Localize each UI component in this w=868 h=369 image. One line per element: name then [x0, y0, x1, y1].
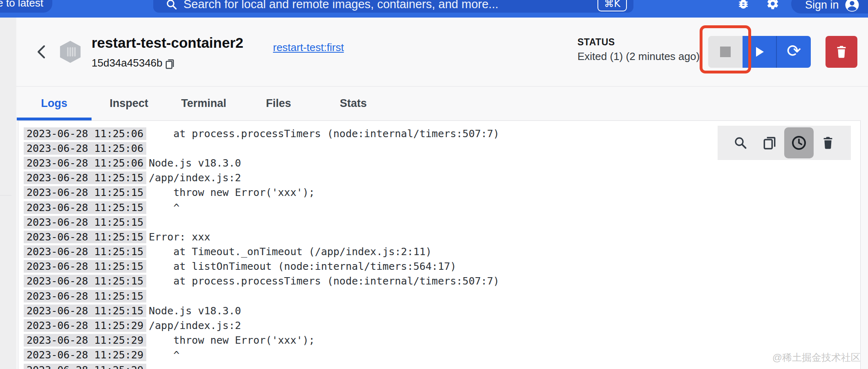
log-timestamp: 2023-06-28 11:25:06: [24, 157, 146, 169]
log-timestamp: 2023-06-28 11:25:06: [24, 142, 146, 155]
tab[interactable]: Files: [241, 87, 316, 120]
tab[interactable]: Stats: [316, 87, 391, 120]
delete-button[interactable]: [825, 36, 857, 68]
container-id: 15d34a45346b: [92, 57, 163, 69]
global-search-input[interactable]: Search for local and remote images, cont…: [153, 0, 633, 13]
update-to-latest-label: e to latest: [0, 0, 43, 9]
log-row: 2023-06-28 11:25:15 at listOnTimeout (no…: [24, 259, 860, 274]
log-row: 2023-06-28 11:25:15 Error: xxx: [24, 229, 860, 244]
log-message: throw new Error('xxx');: [149, 334, 315, 346]
sign-in-label: Sign in: [805, 0, 839, 11]
log-timestamp: 2023-06-28 11:25:15: [24, 171, 146, 184]
copy-icon: [762, 135, 777, 151]
stop-button[interactable]: [708, 36, 743, 68]
log-copy-button[interactable]: [755, 127, 785, 158]
restart-button[interactable]: ⟳: [776, 36, 811, 68]
tab[interactable]: Inspect: [92, 87, 166, 120]
log-timestamp: 2023-06-28 11:25:15: [24, 201, 146, 214]
play-icon: [752, 44, 766, 59]
sidebar-divider: [0, 195, 11, 196]
log-timestamps-toggle[interactable]: [784, 127, 814, 158]
copy-icon[interactable]: [164, 58, 176, 70]
trash-icon: [821, 136, 835, 150]
page-title: restart-test-container2: [92, 35, 244, 51]
settings-gear-icon[interactable]: [766, 0, 779, 10]
sidebar-edge: [0, 18, 16, 369]
sign-in-button[interactable]: Sign in: [791, 0, 868, 13]
log-row: 2023-06-28 11:25:15: [24, 215, 860, 229]
log-row: 2023-06-28 11:25:15 /app/index.js:2: [24, 171, 860, 185]
tab-bar: Logs Inspect Terminal Files Stats: [17, 87, 391, 120]
clock-icon: [791, 135, 807, 151]
log-timestamp: 2023-06-28 11:25:15: [24, 290, 146, 302]
log-message: at Timeout._onTimeout (/app/index.js:2:1…: [149, 246, 432, 258]
log-clear-button[interactable]: [814, 127, 843, 158]
tab[interactable]: Logs: [17, 87, 92, 120]
avatar-icon: [845, 0, 859, 12]
log-toolbar: [718, 126, 851, 160]
log-message: throw new Error('xxx');: [149, 187, 315, 198]
log-message: Error: xxx: [149, 231, 210, 243]
image-link[interactable]: restart-test:first: [273, 41, 344, 54]
restart-icon: ⟳: [787, 41, 801, 61]
log-message: at process.processTimers (node:internal/…: [149, 275, 499, 287]
status-value: Exited (1) (2 minutes ago): [577, 50, 700, 63]
log-row: 2023-06-28 11:25:15 at Timeout._onTimeou…: [24, 245, 860, 259]
bug-report-icon[interactable]: [737, 0, 750, 10]
log-message: Node.js v18.3.0: [149, 305, 241, 317]
search-placeholder: Search for local and remote images, cont…: [183, 0, 499, 11]
log-timestamp: 2023-06-28 11:25:29: [24, 334, 146, 347]
container-icon: [59, 40, 82, 64]
log-message: ^: [149, 202, 179, 213]
trash-icon: [834, 44, 848, 59]
log-row: 2023-06-28 11:25:15 ^: [24, 200, 860, 215]
log-message: Node.js v18.3.0: [149, 157, 241, 169]
log-row: 2023-06-28 11:25:29 ^: [24, 348, 860, 362]
search-icon: [166, 0, 178, 11]
tab[interactable]: Terminal: [166, 87, 241, 120]
tab-label: Inspect: [110, 97, 148, 110]
tab-label: Terminal: [181, 97, 226, 110]
search-icon: [733, 136, 748, 150]
log-timestamp: 2023-06-28 11:25:15: [24, 305, 146, 317]
log-message: /app/index.js:2: [149, 320, 241, 331]
log-timestamp: 2023-06-28 11:25:15: [24, 245, 146, 258]
log-timestamp: 2023-06-28 11:25:15: [24, 216, 146, 229]
tab-label: Stats: [340, 97, 367, 110]
log-timestamp: 2023-06-28 11:25:29: [24, 364, 146, 369]
log-message: at process.processTimers (node:internal/…: [149, 128, 499, 140]
tab-label: Logs: [41, 97, 67, 110]
log-timestamp: 2023-06-28 11:25:15: [24, 186, 146, 199]
log-row: 2023-06-28 11:25:29 throw new Error('xxx…: [24, 333, 860, 348]
log-timestamp: 2023-06-28 11:25:06: [24, 127, 146, 140]
log-row: 2023-06-28 11:25:15 Node.js v18.3.0: [24, 303, 860, 318]
stop-icon: [720, 47, 731, 57]
log-timestamp: 2023-06-28 11:25:15: [24, 260, 146, 273]
log-row: 2023-06-28 11:25:15: [24, 289, 860, 303]
back-button[interactable]: [35, 44, 47, 60]
log-timestamp: 2023-06-28 11:25:15: [24, 275, 146, 287]
log-row: 2023-06-28 11:25:29 /app/index.js:2: [24, 318, 860, 333]
log-message: ^: [149, 349, 179, 361]
log-message: at listOnTimeout (node:internal/timers:5…: [149, 260, 456, 272]
log-search-button[interactable]: [726, 127, 755, 158]
log-row: 2023-06-28 11:25:29: [24, 362, 860, 369]
start-button[interactable]: [743, 36, 776, 68]
status-label: STATUS: [577, 37, 615, 48]
watermark: @稀土掘金技术社区: [772, 351, 861, 364]
log-row: 2023-06-28 11:25:15 at process.processTi…: [24, 274, 860, 289]
log-timestamp: 2023-06-28 11:25:29: [24, 319, 146, 332]
log-row: 2023-06-28 11:25:15 throw new Error('xxx…: [24, 185, 860, 200]
top-bar: e to latest Search for local and remote …: [0, 0, 868, 18]
log-timestamp: 2023-06-28 11:25:15: [24, 231, 146, 243]
tab-label: Files: [266, 97, 291, 110]
log-timestamp: 2023-06-28 11:25:29: [24, 349, 146, 361]
update-to-latest-button[interactable]: e to latest: [0, 0, 52, 13]
log-message: /app/index.js:2: [149, 172, 241, 184]
keyboard-shortcut-badge: ⌘K: [597, 0, 627, 11]
